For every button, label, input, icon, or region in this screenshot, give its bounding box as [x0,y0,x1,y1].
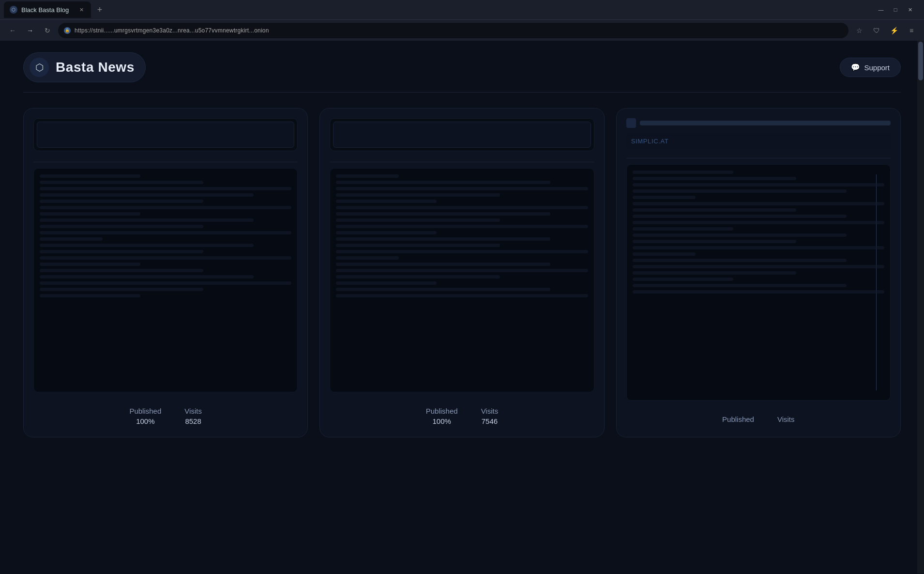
stat-visits: Visits [777,415,795,425]
scrollbar[interactable] [917,41,924,574]
text-line [336,212,550,216]
extensions-icon[interactable]: ⚡ [887,24,901,37]
card-3-vertical-line [876,174,877,390]
card-1-content [33,168,298,392]
card-3-title-area [626,118,891,128]
text-line [336,187,588,190]
scrollbar-thumb[interactable] [918,42,923,80]
site-logo: ⬡ Basta News [23,52,146,82]
text-line [40,288,203,291]
close-button[interactable]: ✕ [906,5,914,14]
card-2-content [330,168,594,392]
forward-button[interactable]: → [23,24,37,37]
refresh-button[interactable]: ↻ [41,24,54,37]
text-line [633,290,884,294]
text-line [633,202,884,205]
nav-actions: ☆ 🛡 ⚡ ≡ [852,24,918,37]
text-line [40,212,140,216]
address-bar[interactable]: 🔒 https://stnii......umrgsvrtmgen3e3a0z.… [58,23,848,38]
text-line [40,181,203,184]
text-line [336,263,550,266]
card-1-footer: Published 100% Visits 8528 [33,399,298,427]
stat-visits-value: 7546 [481,417,499,425]
text-line [40,275,254,279]
text-line [40,244,254,247]
browser-chrome: ⬡ Black Basta Blog ✕ + — □ ✕ ← → ↻ 🔒 htt… [0,0,924,41]
text-line [336,193,500,197]
new-tab-button[interactable]: + [93,3,106,16]
text-line [40,250,203,253]
card-2-image-inner [333,122,591,148]
text-line [633,215,847,218]
card-2-footer: Published 100% Visits 7546 [330,399,594,427]
active-tab[interactable]: ⬡ Black Basta Blog ✕ [4,1,91,18]
text-line [336,256,399,260]
text-line [40,187,291,190]
text-line [633,196,696,199]
text-line [633,189,847,193]
text-line [40,218,254,222]
text-line [40,200,203,203]
card-3-company-area: SIMPLIC.AT [626,133,891,149]
card-3[interactable]: SIMPLIC.AT [616,108,901,437]
text-line [633,259,847,262]
stat-published: Published [722,415,754,425]
maximize-button[interactable]: □ [891,5,900,14]
text-line [633,227,733,231]
shield-icon[interactable]: 🛡 [870,24,883,37]
card-2[interactable]: Published 100% Visits 7546 [319,108,604,437]
stat-published: Published 100% [426,407,458,425]
stat-published-value: 100% [426,417,458,425]
stat-visits-label: Visits [184,407,202,415]
text-line [40,269,203,272]
text-line [336,250,588,253]
stat-published-value: 100% [129,417,161,425]
stat-visits-label: Visits [481,407,499,415]
text-line [633,278,733,281]
stat-published-label: Published [426,407,458,415]
stat-published-label: Published [722,415,754,423]
site-header: ⬡ Basta News 💬 Support [23,41,901,93]
back-button[interactable]: ← [6,24,19,37]
text-line [633,177,796,180]
card-2-image [330,118,594,151]
text-line [633,271,796,275]
security-icon: 🔒 [64,27,71,34]
page-content: ⬡ Basta News 💬 Support [0,41,924,574]
text-line [40,237,103,241]
text-line [40,206,291,209]
text-line [633,208,796,212]
stat-visits: Visits 8528 [184,407,202,425]
cards-grid: Published 100% Visits 8528 [23,108,901,437]
tab-title: Black Basta Blog [21,6,69,14]
tab-favicon: ⬡ [10,6,17,14]
card-3-company-name: SIMPLIC.AT [631,138,669,145]
card-3-title-bar [640,121,891,125]
text-line [336,174,399,178]
text-line [633,183,884,186]
text-line [633,252,696,256]
text-line [336,231,437,234]
bookmark-icon[interactable]: ☆ [852,24,866,37]
card-3-content [626,164,891,401]
text-line [336,281,437,285]
card-1[interactable]: Published 100% Visits 8528 [23,108,308,437]
tab-close-button[interactable]: ✕ [77,6,85,14]
text-line [40,256,291,260]
text-line [40,281,291,285]
text-line [40,294,140,297]
card-3-footer: Published Visits [626,407,891,427]
minimize-button[interactable]: — [877,5,885,14]
text-line [40,225,203,228]
text-line [336,181,550,184]
text-line [633,265,884,268]
text-line [633,284,847,287]
menu-icon[interactable]: ≡ [905,24,918,37]
card-3-divider [626,158,891,158]
text-line [336,275,500,279]
text-line [633,246,884,249]
text-line [633,221,884,224]
text-line [40,174,140,178]
support-button[interactable]: 💬 Support [840,58,901,77]
stat-published-label: Published [129,407,161,415]
